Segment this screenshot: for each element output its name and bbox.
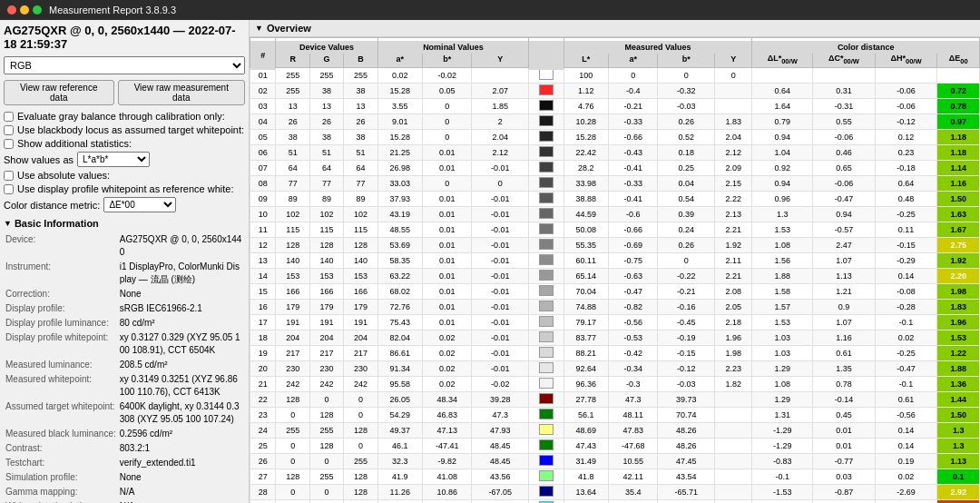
data-cell: 82.04 [377, 330, 422, 345]
data-cell: 68.02 [377, 283, 422, 299]
data-cell: 28.2 [564, 160, 608, 175]
data-cell: 0 [609, 67, 658, 83]
data-cell: 1.53 [752, 314, 813, 330]
minimize-button[interactable] [20, 5, 29, 15]
raw-ref-button[interactable]: View raw reference data [4, 80, 114, 105]
info-row: Whitepoint simulation:N/A [4, 499, 245, 503]
de-cell [937, 67, 980, 83]
data-cell: 0 [472, 175, 529, 191]
data-cell: 86.61 [377, 345, 422, 360]
data-cell: 0.19 [875, 453, 937, 468]
data-cell: 230 [309, 360, 343, 376]
data-cell: 2.15 [715, 175, 752, 191]
data-cell: 0 [422, 98, 471, 113]
data-cell: -0.6 [609, 206, 658, 222]
data-cell: -0.53 [609, 330, 658, 345]
data-cell: 60.11 [564, 252, 608, 268]
data-cell: 153 [344, 268, 377, 283]
data-cell: -0.43 [609, 144, 658, 160]
color-distance-select[interactable]: ΔE*00 [103, 197, 176, 212]
basic-info-header: ▼ Basic Information [4, 218, 245, 229]
data-cell: 13.64 [564, 484, 608, 499]
data-cell: 1.57 [752, 299, 813, 314]
data-cell [472, 67, 529, 83]
basic-info-triangle: ▼ [4, 219, 12, 228]
data-cell [715, 83, 752, 98]
data-cell: -1.53 [752, 484, 813, 499]
data-cell: 191 [309, 314, 343, 330]
data-cell: 2.23 [715, 360, 752, 376]
data-cell: 1.98 [715, 345, 752, 360]
color-swatch-cell [529, 468, 564, 484]
color-swatch-cell [529, 222, 564, 237]
data-cell: 1.08 [752, 237, 813, 252]
raw-meas-button[interactable]: View raw measurement data [118, 80, 245, 105]
data-cell: 18 [250, 330, 276, 345]
data-cell: 179 [344, 299, 377, 314]
data-cell: 204 [309, 330, 343, 345]
data-cell: 2.13 [715, 206, 752, 222]
de-cell: 1.50 [937, 191, 980, 206]
color-swatch-cell [529, 330, 564, 345]
display-profile-checkbox[interactable] [4, 184, 14, 194]
data-cell: 15 [250, 283, 276, 299]
overview-title: Overview [267, 23, 311, 34]
data-row: 1820420420482.040.02-0.0183.77-0.53-0.19… [250, 330, 980, 345]
color-swatch-cell [529, 129, 564, 144]
gray-balance-option: Evaluate gray balance through calibratio… [4, 111, 245, 122]
close-button[interactable] [7, 5, 16, 15]
data-cell [715, 468, 752, 484]
data-cell: -0.29 [875, 252, 937, 268]
additional-checkbox[interactable] [4, 139, 14, 149]
data-cell: -112.05 [472, 499, 529, 503]
data-cell: 10 [250, 206, 276, 222]
data-cell: -0.02 [472, 376, 529, 391]
data-cell: 179 [309, 299, 343, 314]
data-cell: -65.71 [658, 484, 715, 499]
color-swatch-cell [529, 237, 564, 252]
data-cell: 0.11 [875, 222, 937, 237]
info-value: 208.5 cd/m² [118, 358, 245, 372]
data-cell: 19 [250, 345, 276, 360]
data-cell: 0.01 [422, 268, 471, 283]
display-profile-option: Use display profile whitepoint as refere… [4, 183, 245, 194]
data-row: 1719119119175.430.01-0.0179.17-0.56-0.45… [250, 314, 980, 330]
data-cell: 128 [344, 468, 377, 484]
col-a-star: a* [377, 52, 422, 68]
de-cell: 1.22 [937, 345, 980, 360]
data-cell: 58.35 [377, 252, 422, 268]
data-cell: 128 [309, 237, 343, 252]
info-row: Measured whitepoint:xy 0.3149 0.3251 (XY… [4, 372, 245, 399]
data-cell: 48.34 [422, 391, 471, 407]
data-cell: 10.86 [422, 484, 471, 499]
data-cell: 0 [276, 484, 309, 499]
data-cell: 22 [250, 391, 276, 407]
col-G: G [309, 52, 343, 68]
data-cell: 0 [344, 407, 377, 422]
data-cell: 13 [309, 98, 343, 113]
gray-balance-checkbox[interactable] [4, 112, 14, 122]
absolute-checkbox[interactable] [4, 171, 14, 181]
profile-select[interactable]: RGB [4, 56, 245, 74]
data-cell: 47.83 [609, 422, 658, 438]
maximize-button[interactable] [33, 5, 42, 15]
color-swatch-cell [529, 314, 564, 330]
col-L-star-meas: L* [564, 52, 608, 68]
data-cell: 0.45 [813, 407, 876, 422]
data-cell: 44.59 [564, 206, 608, 222]
data-cell: 37.93 [377, 191, 422, 206]
data-cell: 70.04 [564, 283, 608, 299]
info-value: xy 0.3127 0.329 (XYZ 95.05 100 108.91), … [118, 330, 245, 358]
data-cell: 1.53 [752, 222, 813, 237]
blackbody-checkbox[interactable] [4, 125, 14, 135]
absolute-option: Use absolute values: [4, 170, 245, 181]
data-row: 0989898937.930.01-0.0138.88-0.410.542.22… [250, 191, 980, 206]
data-cell: 14 [250, 268, 276, 283]
color-distance-label: Color distance metric: [4, 200, 100, 211]
data-cell: 128 [344, 422, 377, 438]
data-cell: 96.36 [564, 376, 608, 391]
show-values-select[interactable]: L*a*b* [77, 152, 150, 167]
data-cell: -0.25 [875, 345, 937, 360]
data-cell: 255 [309, 422, 343, 438]
data-cell: 1.58 [752, 283, 813, 299]
